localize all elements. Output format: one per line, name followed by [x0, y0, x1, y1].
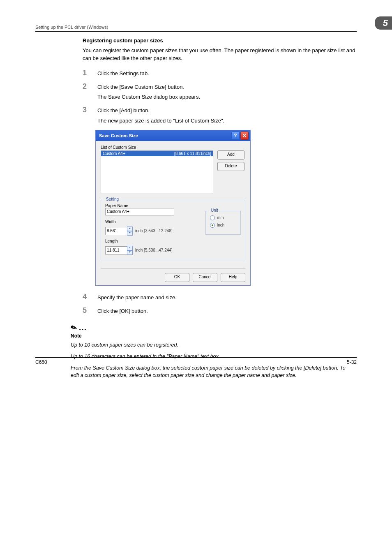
help-button[interactable]: Help: [221, 273, 245, 282]
setting-fieldset: Setting Paper Name Custom A4+ Width 8.66…: [101, 200, 245, 260]
close-icon[interactable]: ✕: [240, 132, 249, 140]
step-subtext: The new paper size is added to "List of …: [97, 117, 357, 125]
step-text: Specify the paper name and size.: [97, 293, 357, 302]
save-custom-size-dialog: Save Custom Size ? ✕ List of Custom Size…: [95, 130, 251, 286]
step-text: Click the [OK] button.: [97, 307, 357, 315]
width-label: Width: [105, 220, 201, 224]
add-button[interactable]: Add: [217, 150, 244, 160]
custom-size-list[interactable]: Custom A4+ [8.661 x 11.811inch]: [101, 150, 213, 194]
paper-name-label: Paper Name: [105, 204, 201, 208]
note-icon: ✎…: [71, 323, 350, 332]
footer-left: C650: [35, 359, 47, 365]
step-number: 4: [83, 293, 97, 302]
spin-down-icon[interactable]: ▼: [127, 250, 133, 255]
section-title: Registering custom paper sizes: [83, 37, 357, 44]
step-number: 3: [83, 106, 97, 125]
step-number: 2: [83, 83, 97, 102]
note-text: Up to 10 custom paper sizes can be regis…: [71, 341, 350, 349]
length-label: Length: [105, 239, 201, 243]
unit-inch-radio[interactable]: inch: [210, 223, 235, 228]
delete-button[interactable]: Delete: [217, 162, 244, 171]
dialog-title: Save Custom Size: [99, 133, 231, 138]
help-icon[interactable]: ?: [231, 132, 240, 140]
width-input[interactable]: 8.661: [105, 227, 127, 235]
unit-fieldset: Unit mm inch: [205, 211, 241, 235]
setting-legend: Setting: [104, 197, 120, 201]
footer-right: 5-32: [347, 359, 357, 365]
spin-up-icon[interactable]: ▲: [127, 227, 133, 231]
step-text: Click the Settings tab.: [97, 69, 357, 78]
note-label: Note: [71, 333, 350, 339]
length-input[interactable]: 11.811: [105, 246, 127, 254]
step-2: 2 Click the [Save Custom Size] button. T…: [83, 83, 357, 102]
step-number: 5: [83, 307, 97, 315]
unit-legend: Unit: [209, 208, 220, 213]
dialog-titlebar[interactable]: Save Custom Size ? ✕: [96, 130, 250, 141]
length-hint: inch [5.500...47.244]: [135, 248, 173, 252]
step-1: 1 Click the Settings tab.: [83, 69, 357, 78]
spin-down-icon[interactable]: ▼: [127, 231, 133, 236]
note-text: From the Save Custom Size dialog box, th…: [71, 364, 350, 379]
step-text: Click the [Save Custom Size] button.: [97, 83, 357, 91]
section-intro: You can register the custom paper sizes …: [83, 47, 357, 62]
list-label: List of Custom Size: [101, 145, 245, 150]
width-hint: inch [3.543...12.248]: [135, 229, 173, 233]
chapter-badge: 5: [375, 16, 392, 30]
paper-name-input[interactable]: Custom A4+: [105, 208, 174, 215]
ok-button[interactable]: OK: [165, 273, 189, 282]
list-item-name: Custom A4+: [103, 151, 125, 156]
spin-up-icon[interactable]: ▲: [127, 246, 133, 250]
note-block: ✎… Note Up to 10 custom paper sizes can …: [71, 323, 350, 379]
page-footer: C650 5-32: [35, 357, 357, 365]
step-text: Click the [Add] button.: [97, 107, 357, 115]
step-subtext: The Save Custom Size dialog box appears.: [97, 93, 357, 101]
breadcrumb: Setting up the PCL driver (Windows): [35, 25, 108, 30]
step-4: 4 Specify the paper name and size.: [83, 293, 357, 302]
list-item-dim: [8.661 x 11.811inch]: [174, 151, 211, 156]
unit-mm-radio[interactable]: mm: [210, 215, 235, 220]
step-3: 3 Click the [Add] button. The new paper …: [83, 106, 357, 125]
step-number: 1: [83, 69, 97, 78]
list-item[interactable]: Custom A4+ [8.661 x 11.811inch]: [101, 151, 213, 156]
step-5: 5 Click the [OK] button.: [83, 307, 357, 315]
cancel-button[interactable]: Cancel: [193, 273, 217, 282]
